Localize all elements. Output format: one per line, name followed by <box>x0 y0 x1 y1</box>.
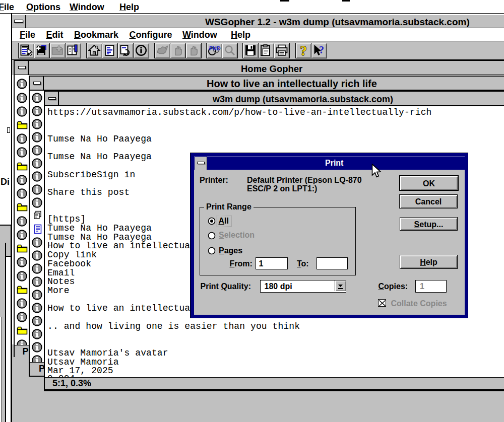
svg-text:?: ? <box>300 44 307 56</box>
svg-text:?: ? <box>319 44 324 55</box>
svg-text:FND: FND <box>209 45 221 51</box>
